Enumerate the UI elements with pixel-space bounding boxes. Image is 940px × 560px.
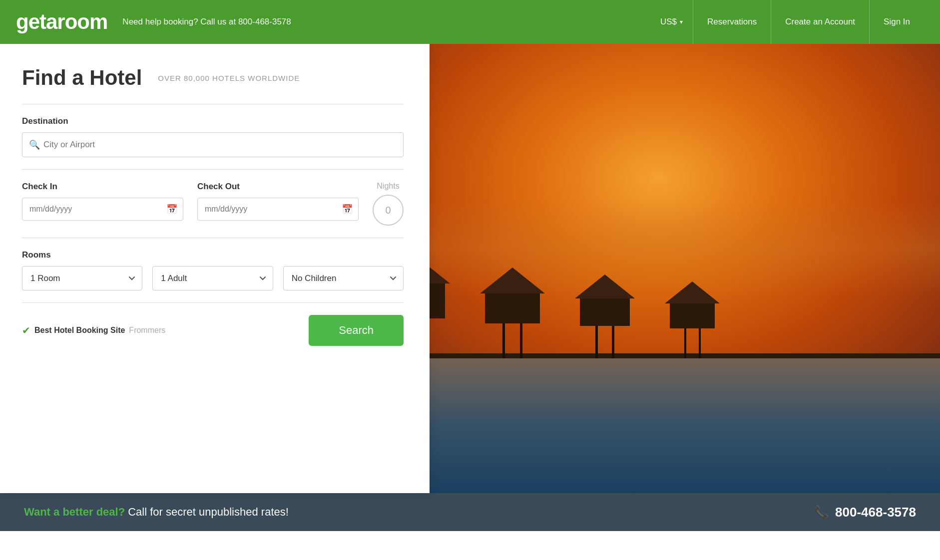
- divider-3: [22, 238, 404, 238]
- footer-deal-text: Call for secret unpublished rates!: [128, 506, 289, 518]
- roof-5: [665, 281, 720, 303]
- body-5: [670, 303, 715, 328]
- currency-label: US$: [660, 17, 677, 27]
- award-label: Best Hotel Booking Site: [34, 326, 125, 335]
- footer-deal-highlight: Want a better deal?: [24, 506, 125, 518]
- checkin-field: Check In 📅: [22, 182, 183, 221]
- stilt-3l: [502, 323, 505, 358]
- adults-select[interactable]: 1 Adult 2 Adults 3 Adults: [152, 266, 273, 290]
- checkout-field: Check Out 📅: [197, 182, 359, 221]
- currency-selector[interactable]: US$ ▾: [650, 17, 693, 27]
- calendar-icon-checkin: 📅: [166, 204, 177, 215]
- stilt-5l: [684, 328, 686, 358]
- dates-row: Check In 📅 Check Out 📅 Nights 0: [22, 182, 404, 226]
- reservations-link[interactable]: Reservations: [693, 0, 771, 44]
- footer-phone-number: 800-468-3578: [835, 505, 916, 520]
- main-area: Find a Hotel OVER 80,000 HOTELS WORLDWID…: [0, 44, 940, 493]
- phone-icon: 📞: [814, 505, 829, 519]
- logo[interactable]: getaroom: [16, 10, 107, 34]
- children-select[interactable]: No Children 1 Child 2 Children: [283, 266, 404, 290]
- bungalow-3: [480, 268, 545, 358]
- stilt-4r: [612, 326, 614, 358]
- checkin-label: Check In: [22, 182, 183, 192]
- checkout-input[interactable]: [197, 198, 359, 221]
- rooms-row: 1 Room 2 Rooms 3 Rooms 1 Adult 2 Adults …: [22, 266, 404, 290]
- award-source: Frommers: [129, 326, 165, 335]
- stilt-4l: [595, 326, 598, 358]
- stilt-5r: [699, 328, 701, 358]
- divider-2: [22, 169, 404, 170]
- nights-label: Nights: [377, 182, 399, 191]
- rooms-label: Rooms: [22, 250, 404, 260]
- divider-4: [22, 302, 404, 303]
- nights-field: Nights 0: [373, 182, 404, 226]
- checkout-label: Check Out: [197, 182, 359, 192]
- search-panel: Find a Hotel OVER 80,000 HOTELS WORLDWID…: [0, 44, 430, 493]
- bungalow-5: [665, 281, 720, 358]
- sign-in-link[interactable]: Sign In: [869, 0, 924, 44]
- bottom-row: ✔ Best Hotel Booking Site Frommers Searc…: [22, 315, 404, 346]
- panel-subtitle: OVER 80,000 HOTELS WORLDWIDE: [158, 74, 300, 82]
- search-button[interactable]: Search: [309, 315, 404, 346]
- footer-phone[interactable]: 📞 800-468-3578: [814, 505, 916, 520]
- header: getaroom Need help booking? Call us at 8…: [0, 0, 940, 44]
- rooms-select[interactable]: 1 Room 2 Rooms 3 Rooms: [22, 266, 142, 290]
- footer-bar: Want a better deal? Call for secret unpu…: [0, 493, 940, 531]
- roof-3: [480, 268, 545, 293]
- panel-title: Find a Hotel: [22, 66, 142, 90]
- checkin-input-wrap: 📅: [22, 198, 183, 221]
- body-3: [485, 293, 540, 323]
- header-nav: US$ ▾ Reservations Create an Account Sig…: [650, 0, 924, 44]
- body-4: [580, 298, 630, 326]
- divider-1: [22, 104, 404, 104]
- help-text: Need help booking? Call us at 800-468-35…: [122, 17, 650, 27]
- bungalow-4: [575, 275, 635, 358]
- destination-label: Destination: [22, 116, 404, 126]
- search-icon: 🔍: [29, 139, 40, 150]
- checkout-input-wrap: 📅: [197, 198, 359, 221]
- roof-4: [575, 275, 635, 298]
- check-icon: ✔: [22, 324, 30, 336]
- stilts-3: [495, 323, 530, 358]
- create-account-link[interactable]: Create an Account: [771, 0, 869, 44]
- stilts-4: [589, 326, 621, 358]
- stilts-5: [678, 328, 707, 358]
- chevron-down-icon: ▾: [680, 18, 683, 25]
- panel-header: Find a Hotel OVER 80,000 HOTELS WORLDWID…: [22, 66, 404, 90]
- award-text: ✔ Best Hotel Booking Site Frommers: [22, 324, 165, 336]
- calendar-icon-checkout: 📅: [342, 204, 353, 215]
- destination-input-wrap: 🔍: [22, 132, 404, 157]
- stilt-3r: [520, 323, 522, 358]
- nights-value: 0: [373, 195, 404, 226]
- footer-deal: Want a better deal? Call for secret unpu…: [24, 506, 289, 519]
- destination-input[interactable]: [22, 132, 404, 157]
- checkin-input[interactable]: [22, 198, 183, 221]
